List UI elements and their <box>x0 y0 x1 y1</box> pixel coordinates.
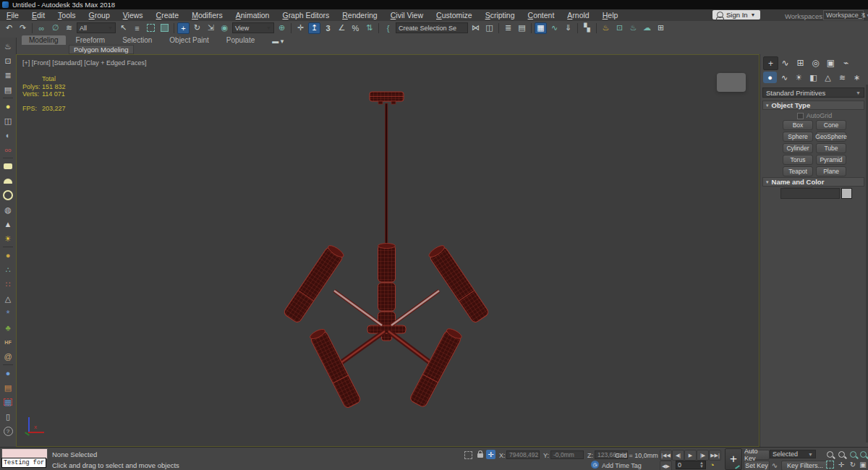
cone-button[interactable]: Cone <box>816 120 846 130</box>
space-warps-category-icon[interactable]: ≋ <box>835 72 849 83</box>
selection-lock-icon[interactable] <box>475 449 485 459</box>
box-button[interactable]: Box <box>783 120 813 130</box>
previous-frame-button[interactable]: ◀| <box>672 450 684 461</box>
menu-modifiers[interactable]: Modifiers <box>185 11 229 20</box>
spinner-snap-icon[interactable]: ⇅ <box>363 22 375 34</box>
ribbon-tab-selection[interactable]: Selection <box>115 35 159 45</box>
default-tangents-icon[interactable]: ∿ <box>770 460 780 470</box>
wire-sphere-light-icon[interactable]: ◍ <box>2 204 14 215</box>
menu-tools[interactable]: Tools <box>51 11 82 20</box>
stereo-glasses-icon[interactable]: oo <box>2 144 14 155</box>
modify-tab-icon[interactable]: ∿ <box>778 56 792 69</box>
chandelier-model[interactable] <box>17 55 760 447</box>
autogrid-checkbox[interactable] <box>797 113 804 119</box>
utilities-tab-icon[interactable]: ⌁ <box>839 56 853 69</box>
select-and-place-icon[interactable]: ◉ <box>218 22 231 34</box>
geosphere-button[interactable]: GeoSphere <box>816 132 846 142</box>
align-icon[interactable]: ◫ <box>483 22 495 34</box>
create-tab-icon[interactable]: + <box>763 56 778 70</box>
menu-scripting[interactable]: Scripting <box>479 11 522 20</box>
zoom-all-icon[interactable] <box>836 450 846 459</box>
pyramid-button[interactable]: Pyramid <box>816 155 846 165</box>
lights-category-icon[interactable]: ☀ <box>792 72 806 83</box>
render-teapot-icon[interactable]: ♨ <box>2 40 14 52</box>
selection-set-dropdown[interactable]: Selected ▼ <box>770 450 816 458</box>
light-bulb-icon[interactable]: ● <box>2 101 14 112</box>
y-coord-field[interactable]: -0,0mm <box>550 450 584 459</box>
tube-button[interactable]: Tube <box>816 143 846 153</box>
menu-civil-view[interactable]: Civil View <box>384 11 430 20</box>
select-by-name-icon[interactable]: ≡ <box>131 22 143 34</box>
orbit-icon[interactable]: ↻ <box>848 460 858 469</box>
foliage-icon[interactable]: ♣ <box>2 322 14 333</box>
absolute-mode-transform-icon[interactable]: ✛ <box>486 450 495 459</box>
ribbon-tab-object-paint[interactable]: Object Paint <box>162 35 216 45</box>
rendered-frame-window-icon[interactable]: ⊡ <box>613 22 626 34</box>
named-selection-set-field[interactable]: Create Selection Se <box>396 22 468 33</box>
use-pivot-point-icon[interactable]: ⊕ <box>276 22 288 34</box>
go-to-start-button[interactable]: |◀◀ <box>660 450 672 461</box>
set-key-button[interactable]: Set Key <box>744 461 770 470</box>
select-object-icon[interactable]: ↖ <box>117 22 129 34</box>
toggle-scene-explorer-icon[interactable]: ≣ <box>502 22 514 34</box>
select-and-rotate-icon[interactable]: ↻ <box>191 22 203 34</box>
select-and-scale-icon[interactable]: ⇲ <box>205 22 217 34</box>
maxscript-mini-listener[interactable]: Testing for i <box>1 458 46 468</box>
shell-swirl-icon[interactable]: @ <box>2 351 14 362</box>
menu-group[interactable]: Group <box>82 11 116 20</box>
current-frame-field[interactable]: 0 ▲▼ <box>676 461 706 469</box>
object-name-field[interactable] <box>780 188 840 199</box>
torus-button[interactable]: Torus <box>783 155 813 165</box>
undo-icon[interactable]: ↶ <box>3 22 15 34</box>
unlink-selection-icon[interactable]: ∅ <box>49 22 61 34</box>
menu-animation[interactable]: Animation <box>229 11 276 20</box>
keyboard-shortcut-override-icon[interactable]: ↥ <box>308 22 320 34</box>
render-in-cloud-icon[interactable]: ☁ <box>641 22 653 34</box>
menu-views[interactable]: Views <box>116 11 150 20</box>
render-gallery-icon[interactable]: ⊞ <box>655 22 667 34</box>
mesh-pyramid-icon[interactable]: △ <box>2 293 14 304</box>
batch-render-list-icon[interactable]: ▤ <box>2 84 14 95</box>
polygon-modeling-panel[interactable]: Polygon Modeling <box>69 45 134 54</box>
moon-sphere-icon[interactable]: ◐ <box>2 129 14 141</box>
sign-in-button[interactable]: Sign In ▼ <box>712 10 760 20</box>
teapot-button[interactable]: Teapot <box>783 166 813 176</box>
material-editor-icon[interactable]: ▚ <box>581 22 593 34</box>
angle-snap-icon[interactable]: ∠ <box>336 22 348 34</box>
play-button[interactable]: ▶ <box>684 450 697 461</box>
spinner-arrows-icon[interactable]: ▲▼ <box>699 461 704 469</box>
ribbon-tab-modeling[interactable]: Modeling <box>22 35 66 45</box>
cameras-category-icon[interactable]: ◧ <box>807 72 820 83</box>
auto-key-button[interactable]: Auto Key <box>744 450 770 460</box>
zoom-extents-icon[interactable] <box>848 450 858 459</box>
image-file-icon[interactable]: ▤ <box>2 382 14 393</box>
ribbon-tab-freeform[interactable]: Freeform <box>69 35 113 45</box>
menu-edit[interactable]: Edit <box>25 11 51 20</box>
pan-icon[interactable]: ✛ <box>836 460 846 469</box>
percent-snap-icon[interactable]: % <box>349 22 362 34</box>
dome-light-icon[interactable] <box>2 175 14 187</box>
box-selection-icon[interactable]: ▦ <box>2 396 14 408</box>
menu-file[interactable]: File <box>0 11 25 20</box>
sphere-button[interactable]: Sphere <box>783 132 813 142</box>
time-configuration-icon[interactable]: ◔ <box>710 461 715 469</box>
zoom-extents-all-icon[interactable] <box>858 450 868 459</box>
maximize-viewport-icon[interactable]: ▣ <box>858 460 868 469</box>
reference-coordinate-dropdown[interactable]: View ▼ <box>232 22 274 33</box>
molecule-icon[interactable]: ∷ <box>2 278 14 290</box>
select-and-move-icon[interactable]: + <box>177 22 190 34</box>
curve-editor-icon[interactable]: ∿ <box>548 22 561 34</box>
render-production-icon[interactable]: ♨ <box>627 22 639 34</box>
bind-to-space-warp-icon[interactable]: ≋ <box>63 22 75 34</box>
particle-scatter-icon[interactable]: ∴ <box>2 264 14 275</box>
menu-arnold[interactable]: Arnold <box>561 11 595 20</box>
x-coord-field[interactable]: 79408,492 <box>506 450 540 459</box>
shapes-category-icon[interactable]: ∿ <box>778 72 791 83</box>
set-keys-button[interactable]: + <box>725 448 742 470</box>
ribbon-minimize-icon[interactable]: ▬ ▾ <box>272 38 284 45</box>
gold-sphere-icon[interactable]: ● <box>2 249 14 261</box>
toggle-ribbon-icon[interactable]: ▦ <box>535 22 547 34</box>
dope-sheet-icon[interactable]: ⇓ <box>562 22 574 34</box>
go-to-end-button[interactable]: ▶▶| <box>709 450 721 461</box>
cylinder-button[interactable]: Cylinder <box>783 143 813 153</box>
